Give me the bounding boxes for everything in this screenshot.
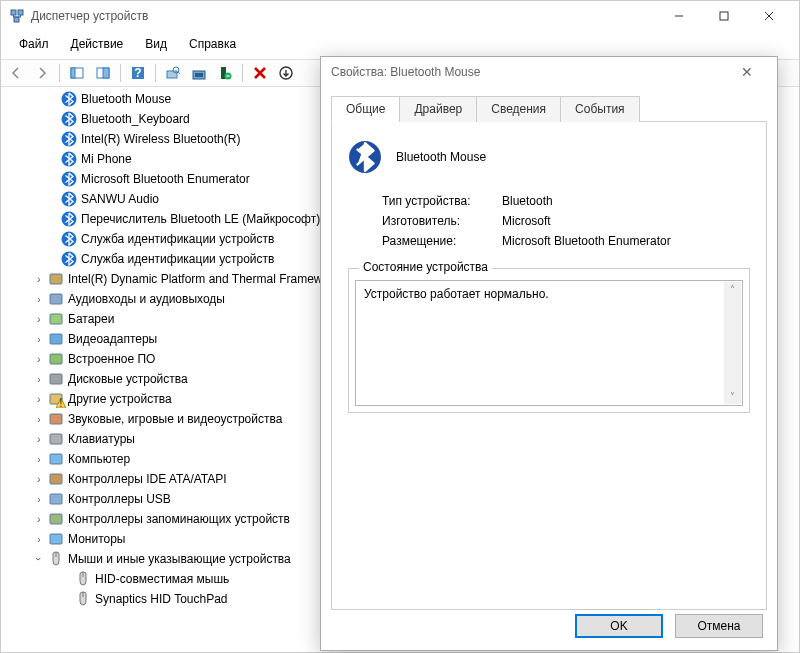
show-hide-tree-button[interactable] [66,62,88,84]
category-icon [48,351,64,367]
menu-action[interactable]: Действие [61,33,134,55]
category-icon [48,511,64,527]
maximize-button[interactable] [701,1,746,31]
tree-item-label: HID-совместимая мышь [95,572,229,586]
value-location: Microsoft Bluetooth Enumerator [502,234,671,248]
props-close-button[interactable]: ✕ [727,58,767,86]
expand-icon[interactable]: › [32,452,46,466]
properties-dialog: Свойства: Bluetooth Mouse ✕ Общие Драйве… [320,56,778,651]
tree-item-label: Microsoft Bluetooth Enumerator [81,172,250,186]
bluetooth-icon [348,140,382,174]
mouse-icon [48,551,64,567]
svg-rect-39 [50,494,62,504]
device-status-text[interactable]: Устройство работает нормально. ˄ ˅ [355,280,743,406]
props-title: Свойства: Bluetooth Mouse [331,65,480,79]
expand-icon[interactable]: › [32,532,46,546]
bluetooth-icon [61,191,77,207]
menu-help[interactable]: Справка [179,33,246,55]
dm-titlebar[interactable]: Диспетчер устройств [1,1,799,31]
svg-text:!: ! [59,398,62,408]
tab-details[interactable]: Сведения [476,96,561,122]
tree-item-label: Intel(R) Wireless Bluetooth(R) [81,132,240,146]
expand-icon[interactable]: › [32,332,46,346]
tree-item-label: Дисковые устройства [68,372,188,386]
uninstall-device-button[interactable] [214,62,236,84]
expand-icon[interactable]: › [32,312,46,326]
tab-general[interactable]: Общие [331,96,400,122]
category-icon [48,271,64,287]
tree-item-label: Контроллеры USB [68,492,171,506]
category-icon [48,411,64,427]
nav-back-button[interactable] [5,62,27,84]
value-device-type: Bluetooth [502,194,553,208]
tree-item-label: Перечислитель Bluetooth LE (Майкрософт) [81,212,320,226]
menu-view[interactable]: Вид [135,33,177,55]
tree-item-label: Intel(R) Dynamic Platform and Thermal Fr… [68,272,339,286]
tree-item-label: Mi Phone [81,152,132,166]
close-button[interactable] [746,1,791,31]
expand-icon[interactable]: › [32,372,46,386]
expand-icon[interactable]: › [32,272,46,286]
category-icon [48,371,64,387]
expand-icon[interactable]: › [32,492,46,506]
tab-driver[interactable]: Драйвер [399,96,477,122]
bluetooth-icon [61,91,77,107]
tree-item-label: Аудиовходы и аудиовыходы [68,292,225,306]
device-status-legend: Состояние устройства [359,260,492,274]
svg-rect-29 [50,334,62,344]
expand-icon[interactable]: › [32,472,46,486]
expand-icon[interactable]: › [32,352,46,366]
collapse-icon[interactable]: › [32,552,46,566]
tree-item-label: Мониторы [68,532,125,546]
expand-icon[interactable]: › [32,412,46,426]
properties-toolbar-button[interactable] [92,62,114,84]
svg-text:?: ? [134,66,141,80]
tree-item-label: Компьютер [68,452,130,466]
expand-icon[interactable]: › [32,292,46,306]
category-icon [48,291,64,307]
tree-item-label: Bluetooth_Keyboard [81,112,190,126]
scan-hardware-button[interactable] [162,62,184,84]
dm-menubar: Файл Действие Вид Справка [1,31,799,59]
svg-rect-5 [71,68,75,78]
update-driver-button[interactable] [188,62,210,84]
tree-item-label: Контроллеры IDE ATA/ATAPI [68,472,227,486]
warning-icon: ! [56,398,66,408]
scroll-up-icon[interactable]: ˄ [730,282,735,297]
status-scrollbar[interactable]: ˄ ˅ [724,282,741,404]
svg-rect-27 [50,294,62,304]
enable-device-button[interactable] [275,62,297,84]
nav-forward-button[interactable] [31,62,53,84]
mouse-icon [75,591,91,607]
tab-events[interactable]: События [560,96,640,122]
bluetooth-icon [61,151,77,167]
menu-file[interactable]: Файл [9,33,59,55]
bluetooth-icon [61,211,77,227]
scroll-down-icon[interactable]: ˅ [730,389,735,404]
cancel-button[interactable]: Отмена [675,614,763,638]
svg-rect-26 [50,274,62,284]
svg-rect-36 [50,434,62,444]
props-titlebar[interactable]: Свойства: Bluetooth Mouse ✕ [321,57,777,87]
mouse-icon [75,571,91,587]
expand-icon[interactable]: › [32,432,46,446]
svg-rect-10 [167,71,177,78]
help-toolbar-button[interactable]: ? [127,62,149,84]
label-manufacturer: Изготовитель: [382,214,502,228]
disable-device-button[interactable] [249,62,271,84]
tree-item-label: Другие устройства [68,392,172,406]
ok-button[interactable]: OK [575,614,663,638]
expand-icon[interactable]: › [32,392,46,406]
svg-rect-30 [50,354,62,364]
bluetooth-icon [61,251,77,267]
device-status-group: Состояние устройства Устройство работает… [348,268,750,413]
bluetooth-icon [61,131,77,147]
category-icon [48,491,64,507]
svg-rect-3 [720,12,728,20]
label-device-type: Тип устройства: [382,194,502,208]
tree-item-label: Synaptics HID TouchPad [95,592,228,606]
minimize-button[interactable] [656,1,701,31]
bluetooth-icon [61,171,77,187]
expand-icon[interactable]: › [32,512,46,526]
svg-rect-28 [50,314,62,324]
